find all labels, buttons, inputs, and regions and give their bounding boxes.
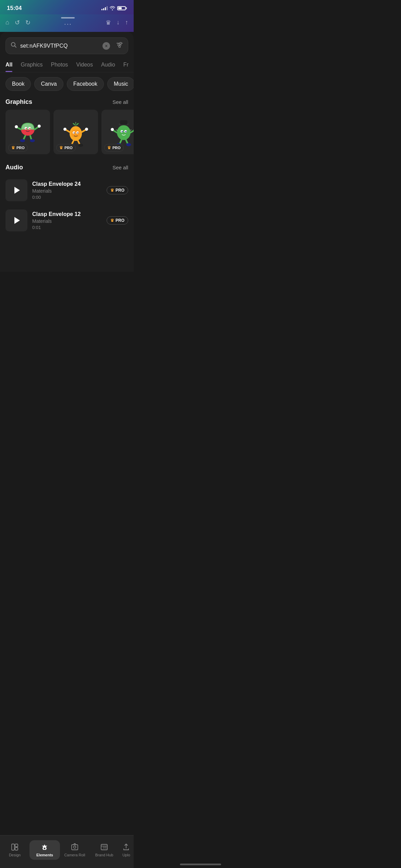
audio-play-button-1[interactable] [5,179,27,201]
svg-point-25 [77,132,79,134]
audio-play-button-2[interactable] [5,209,27,231]
crown-icon-audio-2: ♛ [110,218,114,223]
browser-bar: ⌂ ↺ ↻ ··· ♛ ↓ ↑ [0,14,134,32]
download-icon[interactable]: ↓ [117,19,120,26]
svg-line-42 [130,130,132,131]
search-bar-container: set:nAFK9VTfPCQ [0,32,134,57]
audio-name-1: Clasp Envelope 24 [32,181,102,187]
svg-point-5 [120,43,122,44]
audio-name-2: Clasp Envelope 12 [32,211,102,217]
crown-icon[interactable]: ♛ [106,19,111,26]
drag-handle[interactable] [61,17,75,19]
tag-chip-facebook[interactable]: Facebook [67,77,104,91]
svg-point-34 [117,125,131,140]
svg-line-17 [23,136,25,140]
graphics-row: ♛ PRO [0,110,134,154]
tab-all[interactable]: All [5,58,12,72]
audio-duration-2: 0:01 [32,225,102,230]
svg-point-39 [122,131,123,132]
audio-see-all-button[interactable]: See all [112,165,128,170]
svg-point-44 [111,128,114,131]
graphics-section-title: Graphics [5,98,32,106]
svg-point-7 [119,46,121,48]
svg-line-43 [113,130,117,133]
svg-point-24 [74,132,75,134]
audio-section-header: Audio See all [0,161,134,175]
graphic-item-watermelon[interactable]: ♛ PRO [5,110,50,154]
svg-point-20 [30,139,35,142]
tag-chip-music[interactable]: Music [107,77,134,91]
svg-line-41 [116,130,118,131]
tab-audio[interactable]: Audio [101,58,115,72]
dots-icon: ··· [64,20,72,28]
svg-line-18 [30,136,32,140]
crown-icon-cactus: ♛ [107,145,111,150]
search-filter-button[interactable] [116,42,123,50]
svg-point-11 [26,128,27,129]
cactus-pro-badge: ♛ PRO [104,144,124,152]
pro-label-watermelon: PRO [16,146,25,150]
wifi-icon [110,6,115,10]
play-icon-1 [14,187,20,194]
svg-line-45 [131,130,134,133]
status-bar: 15:04 [0,0,134,14]
tab-videos[interactable]: Videos [76,58,93,72]
svg-point-27 [63,128,66,131]
svg-line-1 [15,46,16,48]
svg-rect-36 [120,120,127,125]
tag-chip-book[interactable]: Book [5,77,31,91]
svg-line-48 [126,140,127,144]
audio-list: Clasp Envelope 24 Materials 0:00 ♛ PRO C… [0,175,134,236]
svg-point-14 [15,125,18,128]
svg-line-47 [120,140,121,144]
search-bar: set:nAFK9VTfPCQ [5,37,128,54]
pro-label-audio-1: PRO [116,188,124,193]
audio-pro-badge-1: ♛ PRO [107,186,128,194]
svg-line-26 [66,130,70,132]
svg-point-33 [78,144,83,147]
browser-center: ··· [61,17,75,28]
share-icon[interactable]: ↑ [125,19,128,26]
browser-nav-right: ♛ ↓ ↑ [106,19,128,26]
tab-graphics[interactable]: Graphics [21,58,42,72]
category-tabs: All Graphics Photos Videos Audio Fr › [0,57,134,72]
back-icon[interactable]: ↺ [15,19,20,26]
tab-photos[interactable]: Photos [51,58,68,72]
svg-point-19 [20,139,25,142]
tag-chips-row: Book Canva Facebook Music Twitter Pe [0,72,134,96]
graphics-see-all-button[interactable]: See all [112,99,128,105]
audio-item-2: Clasp Envelope 12 Materials 0:01 ♛ PRO [5,205,128,236]
cactus-character-svg [108,117,134,147]
audio-info-2: Clasp Envelope 12 Materials 0:01 [32,211,102,230]
svg-line-15 [35,127,39,130]
svg-point-12 [29,128,31,129]
audio-item-1: Clasp Envelope 24 Materials 0:00 ♛ PRO [5,175,128,205]
browser-nav-left: ⌂ ↺ ↻ [5,19,31,26]
watermelon-character-svg [12,117,43,147]
crown-icon-watermelon: ♛ [11,145,15,150]
graphics-section-header: Graphics See all [0,96,134,110]
search-clear-button[interactable] [102,42,110,50]
crown-icon-audio-1: ♛ [110,188,114,193]
tag-chip-canva[interactable]: Canva [34,77,63,91]
search-input[interactable]: set:nAFK9VTfPCQ [20,43,99,49]
forward-icon[interactable]: ↻ [25,19,31,26]
home-icon[interactable]: ⌂ [5,19,9,26]
crown-icon-pineapple: ♛ [59,145,63,150]
pineapple-pro-badge: ♛ PRO [56,144,76,152]
svg-point-40 [125,131,127,132]
svg-line-31 [78,141,80,144]
graphic-item-pineapple[interactable]: ♛ PRO [53,110,98,154]
svg-line-28 [82,130,86,132]
search-icon [11,42,17,50]
play-icon-2 [14,217,20,224]
graphic-item-cactus[interactable]: ♛ PRO [101,110,134,154]
battery-icon [117,6,127,10]
status-icons [101,6,127,10]
audio-category-1: Materials [32,188,102,194]
pro-label-audio-2: PRO [116,218,124,223]
pineapple-character-svg [60,117,91,147]
audio-duration-1: 0:00 [32,195,102,200]
tab-frames[interactable]: Fr [123,58,129,72]
svg-point-29 [85,128,88,131]
